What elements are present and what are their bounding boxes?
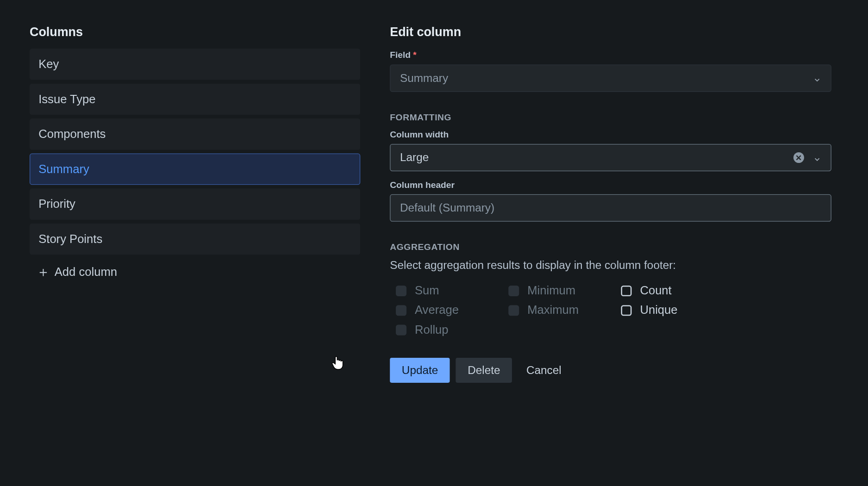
column-item[interactable]: Story Points — [30, 224, 360, 255]
aggregation-option-label: Rollup — [415, 323, 449, 336]
aggregation-option-label: Unique — [640, 303, 677, 317]
aggregation-option-label: Maximum — [527, 303, 579, 317]
aggregation-option: Rollup — [396, 323, 508, 336]
formatting-section-label: FORMATTING — [390, 112, 838, 122]
aggregation-option[interactable]: Count — [621, 284, 733, 297]
column-header-label: Column header — [390, 180, 838, 190]
aggregation-option: Maximum — [508, 303, 621, 317]
clear-icon[interactable]: ✕ — [793, 152, 805, 164]
column-width-label: Column width — [390, 129, 838, 139]
checkbox-icon — [508, 285, 519, 296]
chevron-down-icon — [813, 74, 821, 82]
column-item[interactable]: Components — [30, 118, 360, 150]
column-item[interactable]: Issue Type — [30, 83, 360, 115]
column-item[interactable]: Key — [30, 49, 360, 80]
column-header-input[interactable] — [390, 194, 831, 222]
field-select-value: Summary — [400, 72, 813, 85]
aggregation-option-label: Sum — [415, 284, 439, 297]
aggregation-option: Minimum — [508, 284, 621, 297]
field-select[interactable]: Summary — [390, 65, 831, 92]
aggregation-option: Average — [396, 303, 508, 317]
edit-column-title: Edit column — [390, 25, 838, 39]
button-row: Update Delete Cancel — [390, 358, 838, 383]
columns-list: KeyIssue TypeComponentsSummaryPrioritySt… — [30, 49, 360, 255]
field-label-row: Field * — [390, 50, 838, 60]
delete-button[interactable]: Delete — [456, 358, 512, 383]
plus-icon — [38, 267, 49, 278]
columns-title: Columns — [30, 25, 360, 39]
column-width-select[interactable]: Large ✕ — [390, 144, 831, 171]
aggregation-option-label: Count — [640, 284, 671, 297]
column-width-value: Large — [400, 151, 793, 164]
update-button[interactable]: Update — [390, 358, 450, 383]
aggregation-option-label: Average — [415, 303, 459, 317]
aggregation-section-label: AGGREGATION — [390, 242, 838, 252]
aggregation-description: Select aggregation results to display in… — [390, 259, 838, 272]
aggregation-option-label: Minimum — [527, 284, 575, 297]
checkbox-icon — [396, 324, 406, 335]
chevron-down-icon — [813, 154, 821, 162]
aggregation-options: SumMinimumCountAverageMaximumUniqueRollu… — [390, 284, 838, 336]
checkbox-icon — [396, 285, 406, 296]
field-label: Field — [390, 50, 411, 60]
aggregation-option: Sum — [396, 284, 508, 297]
add-column-button[interactable]: Add column — [30, 255, 125, 279]
cancel-button[interactable]: Cancel — [518, 358, 570, 383]
column-item[interactable]: Priority — [30, 188, 360, 220]
checkbox-icon — [508, 305, 519, 316]
checkbox-icon — [396, 305, 406, 316]
required-indicator: * — [413, 50, 416, 60]
aggregation-option[interactable]: Unique — [621, 303, 733, 317]
checkbox-icon[interactable] — [621, 305, 631, 316]
add-column-label: Add column — [55, 265, 117, 279]
column-item[interactable]: Summary — [30, 154, 360, 185]
checkbox-icon[interactable] — [621, 285, 631, 296]
